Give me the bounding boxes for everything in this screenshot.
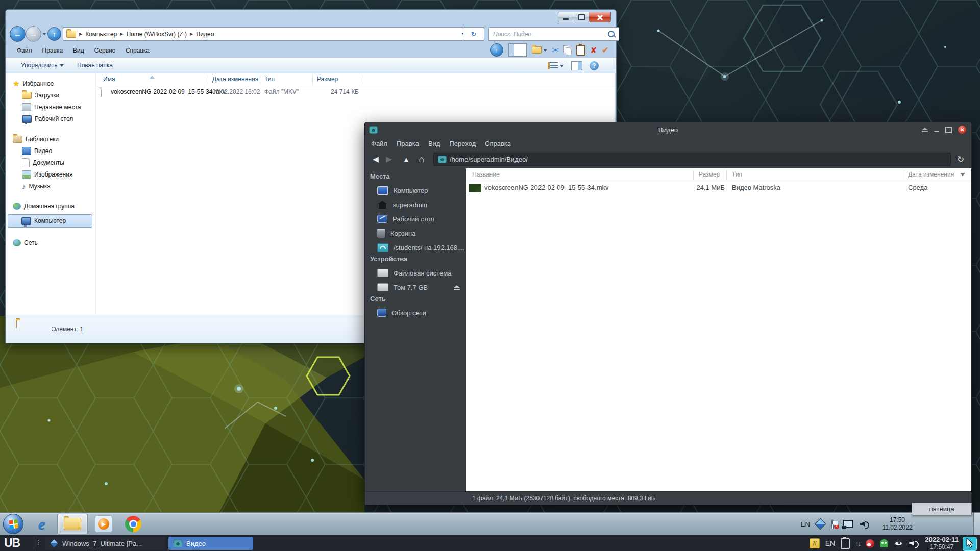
sidebar-item-music[interactable]: ♪Музыка xyxy=(22,181,51,191)
fm-home-button[interactable]: ⌂ xyxy=(415,154,428,165)
confirm-button[interactable]: ✔ xyxy=(602,45,609,56)
taskbar-wmp-button[interactable]: ▶ xyxy=(92,515,115,533)
fm-file-row[interactable]: vokoscreenNG-2022-02-09_15-55-34.mkv 24,… xyxy=(466,182,971,193)
sidebar-group-network[interactable]: Сеть xyxy=(13,238,38,248)
views-button[interactable] xyxy=(548,62,564,69)
sidebar-item-downloads[interactable]: Загрузки xyxy=(22,90,59,101)
fm-titlebar[interactable]: Видео xyxy=(365,122,971,137)
search-box[interactable]: Поиск: Видео xyxy=(488,27,619,41)
volume-tray-icon[interactable] xyxy=(860,520,870,528)
fm-menu-go[interactable]: Переход xyxy=(449,140,476,147)
taskbar-ie-button[interactable]: e xyxy=(32,515,52,533)
sidebar-group-libraries[interactable]: Библиотеки xyxy=(13,134,59,144)
toolbar-up-button[interactable]: ↑ xyxy=(490,43,503,57)
fm-column-type[interactable]: Тип xyxy=(732,171,742,178)
folder-options-button[interactable] xyxy=(532,46,547,54)
action-center-flag-icon[interactable]: × xyxy=(830,520,837,528)
fm-up-button[interactable]: ▲ xyxy=(400,155,413,164)
red-app-tray-icon[interactable] xyxy=(866,539,874,548)
notes-tray-icon[interactable]: N xyxy=(810,538,820,548)
language-indicator[interactable]: EN xyxy=(801,520,810,528)
place-trash[interactable]: Корзина xyxy=(365,227,466,240)
help-button[interactable]: ? xyxy=(590,61,599,70)
organize-button[interactable]: Упорядочить xyxy=(21,62,64,69)
fm-menu-view[interactable]: Вид xyxy=(428,140,440,147)
ghost-tray-icon[interactable] xyxy=(880,539,888,547)
fm-minimize-button[interactable] xyxy=(934,131,939,132)
windows-clock[interactable]: 17:50 11.02.2022 xyxy=(873,516,922,532)
delete-button[interactable]: ✘ xyxy=(590,45,597,55)
fm-path-bar[interactable]: /home/superadmin/Видео/ xyxy=(433,153,951,166)
maximize-button[interactable] xyxy=(574,12,589,22)
fm-reload-button[interactable]: ↻ xyxy=(954,154,967,165)
column-name[interactable]: Имя xyxy=(103,76,115,83)
close-button[interactable] xyxy=(589,12,611,22)
app-menu-button[interactable]: UB xyxy=(4,536,20,550)
breadcrumb-video[interactable]: Видео xyxy=(196,31,214,38)
preview-toggle-button[interactable] xyxy=(508,43,527,57)
file-row[interactable]: vokoscreenNG-2022-02-09_15-55-34.mkv 09.… xyxy=(96,87,615,98)
network-tray-icon[interactable] xyxy=(843,520,853,528)
fm-back-button[interactable]: ◀ xyxy=(369,155,382,164)
breadcrumb-share[interactable]: Home (\\VBoxSvr) (Z:) xyxy=(126,31,187,38)
menu-tools[interactable]: Сервис xyxy=(94,47,115,54)
fm-column-size[interactable]: Размер xyxy=(699,171,720,178)
task-fm-window-active[interactable]: Видео xyxy=(168,537,253,550)
shade-button[interactable] xyxy=(922,128,928,132)
sidebar-item-pictures[interactable]: Изображения xyxy=(22,169,72,180)
address-bar[interactable]: ▶ Компьютер ▶ Home (\\VBoxSvr) (Z:) ▶ Ви… xyxy=(63,27,469,41)
eject-button[interactable] xyxy=(454,285,460,290)
fm-column-date[interactable]: Дата изменения xyxy=(908,171,954,178)
taskbar-explorer-button-active[interactable] xyxy=(57,514,88,534)
menu-help[interactable]: Справка xyxy=(126,47,150,54)
menu-edit[interactable]: Правка xyxy=(42,47,63,54)
host-language-indicator[interactable]: EN xyxy=(825,539,835,547)
sidebar-group-favorites[interactable]: ★Избранное xyxy=(13,79,54,89)
sidebar-item-recent[interactable]: Недавние места xyxy=(22,102,81,112)
history-dropdown[interactable] xyxy=(42,33,46,35)
host-volume-icon[interactable] xyxy=(909,540,919,547)
sidebar-item-documents[interactable]: Документы xyxy=(22,158,64,168)
network-browse[interactable]: Обзор сети xyxy=(365,306,466,319)
sidebar-item-computer-selected[interactable]: Компьютер xyxy=(8,214,92,228)
device-filesystem[interactable]: Файловая система xyxy=(365,266,466,280)
forward-button[interactable]: → xyxy=(26,26,41,42)
fm-column-name[interactable]: Название xyxy=(472,171,500,178)
network-traffic-icon[interactable]: ↑↓ xyxy=(855,540,860,547)
new-folder-button[interactable]: Новая папка xyxy=(77,62,113,69)
menu-view[interactable]: Вид xyxy=(73,47,84,54)
back-button[interactable]: ← xyxy=(10,26,26,42)
sidebar-item-videos[interactable]: Видео xyxy=(22,146,52,156)
taskbar-chrome-button[interactable] xyxy=(121,515,145,533)
menu-file[interactable]: Файл xyxy=(17,47,32,54)
copy-button[interactable] xyxy=(564,45,572,55)
place-desktop[interactable]: Рабочий стол xyxy=(365,212,466,226)
paste-button[interactable] xyxy=(576,45,585,56)
minimize-button[interactable] xyxy=(558,12,574,22)
place-network-share[interactable]: /students/ на 192.168.... xyxy=(365,241,466,254)
sidebar-item-desktop[interactable]: Рабочий стол xyxy=(22,114,73,124)
breadcrumb-computer[interactable]: Компьютер xyxy=(85,31,117,38)
fm-menu-file[interactable]: Файл xyxy=(371,140,387,147)
place-computer[interactable]: Компьютер xyxy=(365,184,466,197)
eye-tray-icon[interactable] xyxy=(894,539,903,548)
vbox-tray-icon[interactable] xyxy=(815,518,826,530)
column-date[interactable]: Дата изменения xyxy=(212,76,258,83)
preview-pane-button[interactable] xyxy=(571,61,582,70)
refresh-button[interactable]: ↻ xyxy=(463,27,484,41)
device-volume[interactable]: Том 7,7 GB xyxy=(365,281,466,294)
place-home[interactable]: superadmin xyxy=(365,198,466,211)
up-button[interactable]: ↑ xyxy=(47,27,61,41)
fm-restore-button[interactable] xyxy=(945,127,952,133)
clipboard-tray-icon[interactable] xyxy=(841,538,850,549)
fm-menu-help[interactable]: Справка xyxy=(485,140,511,147)
host-clock[interactable]: 2022-02-11 17:50:47 xyxy=(925,536,959,550)
task-vm-window[interactable]: Windows_7_Ultimate [Pa... xyxy=(45,537,165,550)
fm-forward-button[interactable]: ▶ xyxy=(382,155,396,164)
sidebar-group-homegroup[interactable]: Домашняя группа xyxy=(13,201,75,211)
start-button[interactable] xyxy=(3,514,23,534)
show-desktop-button[interactable] xyxy=(973,513,980,535)
column-size[interactable]: Размер xyxy=(317,76,338,83)
fm-menu-edit[interactable]: Правка xyxy=(397,140,419,147)
cut-button[interactable]: ✂ xyxy=(552,45,559,56)
